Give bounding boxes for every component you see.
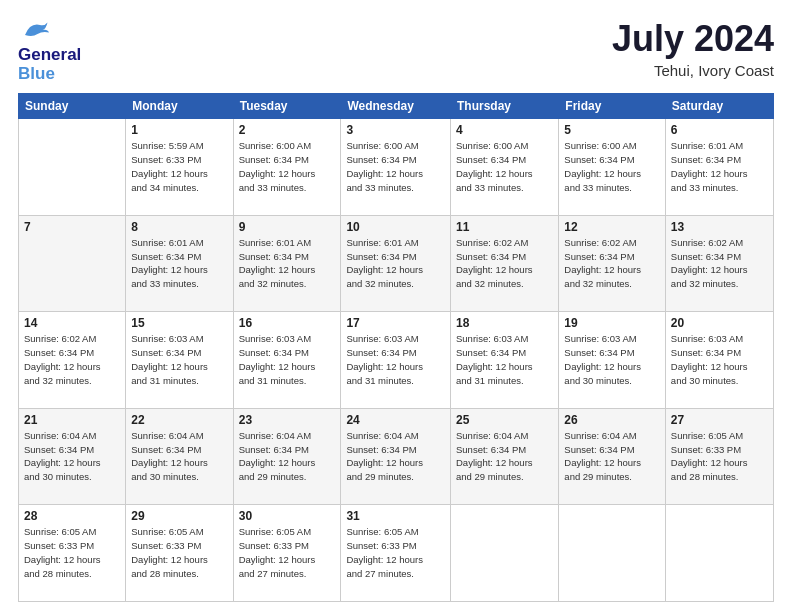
day-number: 17: [346, 316, 445, 330]
day-info: Sunrise: 6:04 AMSunset: 6:34 PMDaylight:…: [456, 429, 553, 484]
day-number: 18: [456, 316, 553, 330]
day-info: Sunrise: 6:00 AMSunset: 6:34 PMDaylight:…: [346, 139, 445, 194]
day-info: Sunrise: 6:03 AMSunset: 6:34 PMDaylight:…: [239, 332, 336, 387]
day-cell: 5Sunrise: 6:00 AMSunset: 6:34 PMDaylight…: [559, 119, 666, 216]
header: General Blue July 2024 Tehui, Ivory Coas…: [18, 18, 774, 83]
day-info: Sunrise: 6:02 AMSunset: 6:34 PMDaylight:…: [671, 236, 768, 291]
day-info: Sunrise: 6:04 AMSunset: 6:34 PMDaylight:…: [131, 429, 227, 484]
day-number: 7: [24, 220, 120, 234]
week-row-3: 14Sunrise: 6:02 AMSunset: 6:34 PMDayligh…: [19, 312, 774, 409]
day-cell: 11Sunrise: 6:02 AMSunset: 6:34 PMDayligh…: [451, 215, 559, 312]
day-number: 12: [564, 220, 660, 234]
day-info: Sunrise: 6:02 AMSunset: 6:34 PMDaylight:…: [456, 236, 553, 291]
day-number: 21: [24, 413, 120, 427]
header-monday: Monday: [126, 94, 233, 119]
day-cell: 25Sunrise: 6:04 AMSunset: 6:34 PMDayligh…: [451, 408, 559, 505]
logo: General Blue: [18, 18, 81, 83]
day-number: 10: [346, 220, 445, 234]
day-cell: 26Sunrise: 6:04 AMSunset: 6:34 PMDayligh…: [559, 408, 666, 505]
day-cell: 21Sunrise: 6:04 AMSunset: 6:34 PMDayligh…: [19, 408, 126, 505]
page: General Blue July 2024 Tehui, Ivory Coas…: [0, 0, 792, 612]
day-cell: 14Sunrise: 6:02 AMSunset: 6:34 PMDayligh…: [19, 312, 126, 409]
day-number: 28: [24, 509, 120, 523]
day-number: 16: [239, 316, 336, 330]
header-friday: Friday: [559, 94, 666, 119]
day-info: Sunrise: 6:01 AMSunset: 6:34 PMDaylight:…: [131, 236, 227, 291]
day-cell: 3Sunrise: 6:00 AMSunset: 6:34 PMDaylight…: [341, 119, 451, 216]
week-row-2: 78Sunrise: 6:01 AMSunset: 6:34 PMDayligh…: [19, 215, 774, 312]
header-saturday: Saturday: [665, 94, 773, 119]
day-number: 20: [671, 316, 768, 330]
day-number: 29: [131, 509, 227, 523]
day-number: 14: [24, 316, 120, 330]
day-info: Sunrise: 6:00 AMSunset: 6:34 PMDaylight:…: [456, 139, 553, 194]
month-title: July 2024: [612, 18, 774, 60]
day-cell: 6Sunrise: 6:01 AMSunset: 6:34 PMDaylight…: [665, 119, 773, 216]
logo-text: General Blue: [18, 46, 81, 83]
day-info: Sunrise: 5:59 AMSunset: 6:33 PMDaylight:…: [131, 139, 227, 194]
day-info: Sunrise: 6:04 AMSunset: 6:34 PMDaylight:…: [24, 429, 120, 484]
day-cell: 20Sunrise: 6:03 AMSunset: 6:34 PMDayligh…: [665, 312, 773, 409]
day-number: 26: [564, 413, 660, 427]
day-cell: 18Sunrise: 6:03 AMSunset: 6:34 PMDayligh…: [451, 312, 559, 409]
day-number: 25: [456, 413, 553, 427]
title-section: July 2024 Tehui, Ivory Coast: [612, 18, 774, 79]
day-cell: 29Sunrise: 6:05 AMSunset: 6:33 PMDayligh…: [126, 505, 233, 602]
day-cell: [559, 505, 666, 602]
day-cell: 24Sunrise: 6:04 AMSunset: 6:34 PMDayligh…: [341, 408, 451, 505]
header-wednesday: Wednesday: [341, 94, 451, 119]
day-info: Sunrise: 6:04 AMSunset: 6:34 PMDaylight:…: [346, 429, 445, 484]
day-number: 8: [131, 220, 227, 234]
day-cell: 16Sunrise: 6:03 AMSunset: 6:34 PMDayligh…: [233, 312, 341, 409]
day-number: 1: [131, 123, 227, 137]
day-number: 22: [131, 413, 227, 427]
day-info: Sunrise: 6:05 AMSunset: 6:33 PMDaylight:…: [24, 525, 120, 580]
day-cell: 23Sunrise: 6:04 AMSunset: 6:34 PMDayligh…: [233, 408, 341, 505]
calendar-table: SundayMondayTuesdayWednesdayThursdayFrid…: [18, 93, 774, 602]
day-cell: 30Sunrise: 6:05 AMSunset: 6:33 PMDayligh…: [233, 505, 341, 602]
day-number: 23: [239, 413, 336, 427]
day-info: Sunrise: 6:05 AMSunset: 6:33 PMDaylight:…: [239, 525, 336, 580]
week-row-1: 1Sunrise: 5:59 AMSunset: 6:33 PMDaylight…: [19, 119, 774, 216]
day-number: 31: [346, 509, 445, 523]
day-cell: 15Sunrise: 6:03 AMSunset: 6:34 PMDayligh…: [126, 312, 233, 409]
day-number: 27: [671, 413, 768, 427]
day-info: Sunrise: 6:05 AMSunset: 6:33 PMDaylight:…: [671, 429, 768, 484]
header-sunday: Sunday: [19, 94, 126, 119]
day-info: Sunrise: 6:05 AMSunset: 6:33 PMDaylight:…: [346, 525, 445, 580]
day-info: Sunrise: 6:03 AMSunset: 6:34 PMDaylight:…: [456, 332, 553, 387]
day-info: Sunrise: 6:02 AMSunset: 6:34 PMDaylight:…: [24, 332, 120, 387]
day-cell: 27Sunrise: 6:05 AMSunset: 6:33 PMDayligh…: [665, 408, 773, 505]
day-cell: 19Sunrise: 6:03 AMSunset: 6:34 PMDayligh…: [559, 312, 666, 409]
header-tuesday: Tuesday: [233, 94, 341, 119]
day-cell: 10Sunrise: 6:01 AMSunset: 6:34 PMDayligh…: [341, 215, 451, 312]
day-info: Sunrise: 6:01 AMSunset: 6:34 PMDaylight:…: [671, 139, 768, 194]
day-cell: 4Sunrise: 6:00 AMSunset: 6:34 PMDaylight…: [451, 119, 559, 216]
week-row-5: 28Sunrise: 6:05 AMSunset: 6:33 PMDayligh…: [19, 505, 774, 602]
week-row-4: 21Sunrise: 6:04 AMSunset: 6:34 PMDayligh…: [19, 408, 774, 505]
header-row: SundayMondayTuesdayWednesdayThursdayFrid…: [19, 94, 774, 119]
day-number: 3: [346, 123, 445, 137]
day-cell: 12Sunrise: 6:02 AMSunset: 6:34 PMDayligh…: [559, 215, 666, 312]
day-info: Sunrise: 6:05 AMSunset: 6:33 PMDaylight:…: [131, 525, 227, 580]
day-number: 2: [239, 123, 336, 137]
day-cell: 28Sunrise: 6:05 AMSunset: 6:33 PMDayligh…: [19, 505, 126, 602]
header-thursday: Thursday: [451, 94, 559, 119]
day-info: Sunrise: 6:04 AMSunset: 6:34 PMDaylight:…: [564, 429, 660, 484]
day-info: Sunrise: 6:00 AMSunset: 6:34 PMDaylight:…: [564, 139, 660, 194]
day-info: Sunrise: 6:02 AMSunset: 6:34 PMDaylight:…: [564, 236, 660, 291]
day-info: Sunrise: 6:01 AMSunset: 6:34 PMDaylight:…: [346, 236, 445, 291]
day-number: 30: [239, 509, 336, 523]
day-cell: 13Sunrise: 6:02 AMSunset: 6:34 PMDayligh…: [665, 215, 773, 312]
day-number: 13: [671, 220, 768, 234]
day-info: Sunrise: 6:03 AMSunset: 6:34 PMDaylight:…: [564, 332, 660, 387]
day-cell: 22Sunrise: 6:04 AMSunset: 6:34 PMDayligh…: [126, 408, 233, 505]
day-cell: 8Sunrise: 6:01 AMSunset: 6:34 PMDaylight…: [126, 215, 233, 312]
day-info: Sunrise: 6:04 AMSunset: 6:34 PMDaylight:…: [239, 429, 336, 484]
day-cell: 9Sunrise: 6:01 AMSunset: 6:34 PMDaylight…: [233, 215, 341, 312]
logo-icon: [20, 18, 50, 42]
day-info: Sunrise: 6:03 AMSunset: 6:34 PMDaylight:…: [131, 332, 227, 387]
day-cell: 31Sunrise: 6:05 AMSunset: 6:33 PMDayligh…: [341, 505, 451, 602]
day-cell: 17Sunrise: 6:03 AMSunset: 6:34 PMDayligh…: [341, 312, 451, 409]
day-info: Sunrise: 6:03 AMSunset: 6:34 PMDaylight:…: [671, 332, 768, 387]
